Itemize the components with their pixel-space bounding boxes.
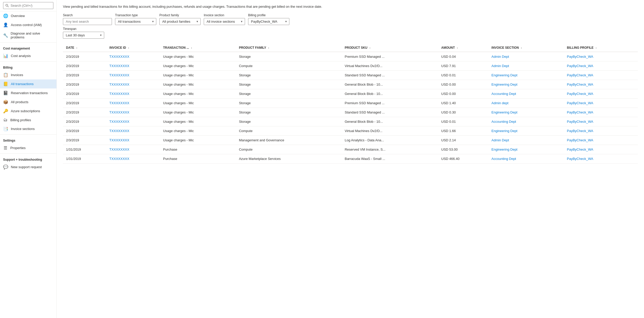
billing-profile-link[interactable]: PayByCheck_WA <box>567 138 593 142</box>
invoice-id-link[interactable]: TXXXXXXXX <box>109 120 129 124</box>
col-transaction[interactable]: TRANSACTION ... ↕ <box>160 44 236 52</box>
invoice-id-link[interactable]: TXXXXXXXX <box>109 83 129 86</box>
timespan-select[interactable]: Last 30 days <box>63 32 104 39</box>
sidebar-item-properties[interactable]: ☰ Properties <box>0 143 56 152</box>
billing-profile-link[interactable]: PayByCheck_WA <box>567 157 593 161</box>
sidebar-item-all-products[interactable]: 📦 All products <box>0 97 56 107</box>
col-product-sku[interactable]: PRODUCT SKU ↕ <box>341 44 438 52</box>
cell-transaction: Usage charges - Mic <box>160 80 236 89</box>
col-invoice-id[interactable]: INVOICE ID ↕ <box>106 44 160 52</box>
col-invoice-section[interactable]: INVOICE SECTION ↕ <box>488 44 564 52</box>
table-row: 2/3/2019 TXXXXXXXX Usage charges - Mic C… <box>63 126 638 135</box>
col-billing-profile[interactable]: BILLING PROFILE ↕ <box>564 44 638 52</box>
billing-profile-link[interactable]: PayByCheck_WA <box>567 110 593 114</box>
invoice-section-link[interactable]: Accounting Dept <box>492 92 516 96</box>
cell-amount: USD 0.00 <box>438 80 488 89</box>
cell-invoice-section: Admin Dept <box>488 135 564 145</box>
sidebar-item-billing-profiles[interactable]: 🗂 Billing profiles <box>0 116 56 124</box>
billing-profile-link[interactable]: PayByCheck_WA <box>567 64 593 68</box>
invoice-section-link[interactable]: Accounting Dept <box>492 157 516 161</box>
table-header: DATE ↕ INVOICE ID ↕ TRANSACTION ... ↕ PR… <box>63 44 638 52</box>
cell-product-family: Management and Governance <box>236 135 341 145</box>
invoice-section-link[interactable]: Admin Dept <box>492 55 509 59</box>
billing-profile-link[interactable]: PayByCheck_WA <box>567 148 593 151</box>
invoice-section-link[interactable]: Admin dept <box>492 101 509 105</box>
col-invoice-section-sort-icon: ↕ <box>521 46 522 49</box>
col-date[interactable]: DATE ↕ <box>63 44 106 52</box>
col-amount[interactable]: AMOUNT ↕ <box>438 44 488 52</box>
invoice-id-link[interactable]: TXXXXXXXX <box>109 138 129 142</box>
search-input[interactable] <box>3 2 53 9</box>
table-body: 2/3/2019 TXXXXXXXX Usage charges - Mic S… <box>63 52 638 164</box>
billing-profile-link[interactable]: PayByCheck_WA <box>567 129 593 133</box>
cell-transaction: Purchase <box>160 154 236 163</box>
filters-row-2: Timespan Last 30 days <box>63 27 638 39</box>
invoice-section-link[interactable]: Engineering Dept <box>492 73 517 77</box>
sidebar-search-container <box>0 0 56 11</box>
invoice-section-link[interactable]: Engineering Dept <box>492 110 517 114</box>
billing-profile-link[interactable]: PayByCheck_WA <box>567 92 593 96</box>
cell-product-sku: Barracuda WaaS - Small ... <box>341 154 438 163</box>
product-family-select[interactable]: All product families <box>159 18 201 25</box>
sidebar-item-iam[interactable]: 👤 Access control (IAM) <box>0 20 56 29</box>
cell-product-sku: Premium SSD Managed ... <box>341 98 438 108</box>
invoice-id-link[interactable]: TXXXXXXXX <box>109 64 129 68</box>
col-invoice-id-label: INVOICE ID <box>109 46 126 50</box>
page-description: View pending and billed transactions for… <box>63 4 638 9</box>
billing-profile-link[interactable]: PayByCheck_WA <box>567 101 593 105</box>
billing-profile-link[interactable]: PayByCheck_WA <box>567 120 593 124</box>
cell-amount: USD 0.00 <box>438 89 488 98</box>
sidebar-item-all-transactions[interactable]: 📒 All transactions <box>0 79 56 88</box>
section-label-cost-management: Cost management <box>0 44 56 51</box>
invoice-id-link[interactable]: TXXXXXXXX <box>109 129 129 133</box>
invoice-section-link[interactable]: Engineering Dept <box>492 129 517 133</box>
cell-date: 2/3/2019 <box>63 52 106 61</box>
billing-profile-link[interactable]: PayByCheck_WA <box>567 55 593 59</box>
billing-profile-select[interactable]: PayByCheck_WA <box>248 18 289 25</box>
billing-profile-link[interactable]: PayByCheck_WA <box>567 73 593 77</box>
sidebar-item-reservation-transactions[interactable]: 📓 Reservation transactions <box>0 88 56 97</box>
sidebar-item-overview[interactable]: 🌐 Overview <box>0 11 56 20</box>
transaction-type-select[interactable]: All transactions <box>115 18 156 25</box>
col-product-sku-sort-icon: ↕ <box>369 46 371 49</box>
invoice-id-link[interactable]: TXXXXXXXX <box>109 55 129 59</box>
billing-profile-link[interactable]: PayByCheck_WA <box>567 83 593 86</box>
invoice-id-link[interactable]: TXXXXXXXX <box>109 92 129 96</box>
text-search-input[interactable] <box>63 18 112 25</box>
invoice-section-link[interactable]: Engineering Dept <box>492 83 517 86</box>
invoice-section-link[interactable]: Admin Dept <box>492 64 509 68</box>
invoice-section-link[interactable]: Admin Dept <box>492 138 509 142</box>
cell-product-sku: Premium SSD Managed ... <box>341 52 438 61</box>
sidebar-item-diagnose[interactable]: 🔧 Diagnose and solve problems <box>0 29 56 41</box>
invoice-id-link[interactable]: TXXXXXXXX <box>109 148 129 151</box>
col-invoice-section-label: INVOICE SECTION <box>492 46 519 50</box>
col-amount-label: AMOUNT <box>441 46 455 50</box>
invoice-id-link[interactable]: TXXXXXXXX <box>109 101 129 105</box>
sidebar-item-invoice-sections[interactable]: 📑 Invoice sections <box>0 124 56 133</box>
cell-invoice-section: Admin dept <box>488 98 564 108</box>
cell-date: 2/3/2019 <box>63 117 106 126</box>
transactions-table: DATE ↕ INVOICE ID ↕ TRANSACTION ... ↕ PR… <box>63 44 638 164</box>
table-row: 2/3/2019 TXXXXXXXX Usage charges - Mic S… <box>63 52 638 61</box>
cell-transaction: Usage charges - Mic <box>160 61 236 70</box>
col-transaction-label: TRANSACTION ... <box>163 46 189 50</box>
sidebar-item-new-support-request[interactable]: 💬 New support request <box>0 162 56 172</box>
invoice-id-link[interactable]: TXXXXXXXX <box>109 73 129 77</box>
col-billing-profile-label: BILLING PROFILE <box>567 46 593 50</box>
sidebar-item-cost-analysis[interactable]: 📊 Cost analysis <box>0 51 56 60</box>
sidebar-item-label: New support request <box>11 165 42 169</box>
cell-invoice-section: Engineering Dept <box>488 126 564 135</box>
invoice-id-link[interactable]: TXXXXXXXX <box>109 157 129 161</box>
cell-transaction: Usage charges - Mic <box>160 70 236 80</box>
invoice-id-link[interactable]: TXXXXXXXX <box>109 110 129 114</box>
invoice-section-select[interactable]: All invoice sections <box>204 18 245 25</box>
invoice-section-link[interactable]: Engineering Dept <box>492 148 517 151</box>
cell-billing-profile: PayByCheck_WA <box>564 61 638 70</box>
sidebar-item-azure-subscriptions[interactable]: 🔑 Azure subscriptions <box>0 107 56 116</box>
timespan-filter-group: Timespan Last 30 days <box>63 27 104 39</box>
sidebar-item-invoices[interactable]: 📋 Invoices <box>0 70 56 79</box>
invoice-section-link[interactable]: Accounting Dept <box>492 120 516 124</box>
col-product-family[interactable]: PRODUCT FAMILY ↕ <box>236 44 341 52</box>
timespan-label: Timespan <box>63 27 104 31</box>
cell-transaction: Usage charges - Mic <box>160 98 236 108</box>
